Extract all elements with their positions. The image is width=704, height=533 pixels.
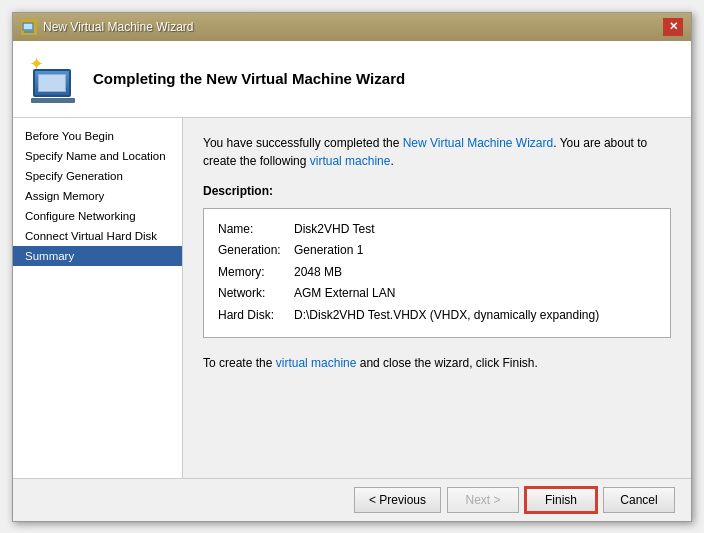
cancel-button[interactable]: Cancel [603,487,675,513]
description-row: Generation:Generation 1 [218,240,656,262]
sidebar-item[interactable]: Summary [13,246,182,266]
sidebar-item[interactable]: Configure Networking [13,206,182,226]
window-title: New Virtual Machine Wizard [43,20,194,34]
main-content: You have successfully completed the New … [183,118,691,478]
description-value: Generation 1 [294,240,363,262]
wizard-footer: < Previous Next > Finish Cancel [13,478,691,521]
footer-instruction: To create the virtual machine and close … [203,354,671,372]
sidebar-item[interactable]: Connect Virtual Hard Disk [13,226,182,246]
previous-button[interactable]: < Previous [354,487,441,513]
wizard-header-icon: ✦ [29,53,81,105]
description-row: Memory:2048 MB [218,262,656,284]
description-value: Disk2VHD Test [294,219,374,241]
wizard-header: ✦ Completing the New Virtual Machine Wiz… [13,41,691,118]
sidebar-item[interactable]: Before You Begin [13,126,182,146]
svg-rect-2 [24,31,34,33]
description-row: Network:AGM External LAN [218,283,656,305]
intro-text: You have successfully completed the New … [203,134,671,170]
wizard-body: Before You BeginSpecify Name and Locatio… [13,118,691,478]
title-bar: New Virtual Machine Wizard ✕ [13,13,691,41]
intro-link-text: New Virtual Machine Wizard [403,136,554,150]
footer-link: virtual machine [276,356,357,370]
title-bar-app-icon [21,19,37,35]
sidebar-item[interactable]: Assign Memory [13,186,182,206]
title-bar-left: New Virtual Machine Wizard [21,19,194,35]
next-button[interactable]: Next > [447,487,519,513]
sidebar: Before You BeginSpecify Name and Locatio… [13,118,183,478]
description-key: Hard Disk: [218,305,290,327]
description-row: Name:Disk2VHD Test [218,219,656,241]
description-value: AGM External LAN [294,283,395,305]
intro-link-text2: virtual machine [310,154,391,168]
description-box: Name:Disk2VHD TestGeneration:Generation … [203,208,671,338]
description-label: Description: [203,184,671,198]
sidebar-item[interactable]: Specify Name and Location [13,146,182,166]
computer-screen-icon [38,74,66,92]
description-key: Network: [218,283,290,305]
wizard-title: Completing the New Virtual Machine Wizar… [93,70,405,87]
description-value: 2048 MB [294,262,342,284]
close-button[interactable]: ✕ [663,18,683,36]
description-row: Hard Disk:D:\Disk2VHD Test.VHDX (VHDX, d… [218,305,656,327]
description-key: Memory: [218,262,290,284]
wizard-window: New Virtual Machine Wizard ✕ ✦ Completin… [12,12,692,522]
svg-rect-1 [24,24,32,29]
description-key: Generation: [218,240,290,262]
sidebar-item[interactable]: Specify Generation [13,166,182,186]
description-key: Name: [218,219,290,241]
finish-button[interactable]: Finish [525,487,597,513]
computer-base-icon [31,98,75,103]
computer-icon [33,69,71,97]
description-value: D:\Disk2VHD Test.VHDX (VHDX, dynamically… [294,305,599,327]
